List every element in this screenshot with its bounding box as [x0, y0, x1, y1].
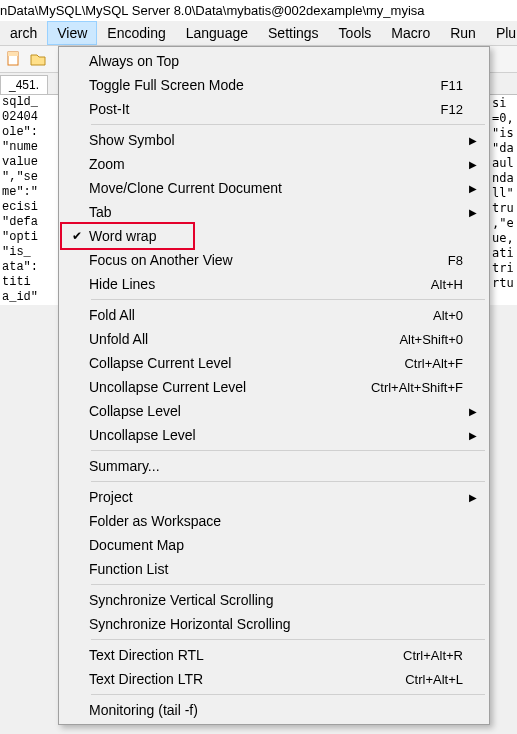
file-new-icon[interactable]	[4, 49, 24, 69]
menuitem-always-on-top[interactable]: Always on Top	[61, 49, 487, 73]
file-open-icon[interactable]	[28, 49, 48, 69]
menu-settings[interactable]: Settings	[258, 21, 329, 45]
menu-separator	[91, 450, 485, 451]
menuitem-shortcut: Alt+0	[433, 308, 463, 323]
tab-label: _451.	[9, 78, 39, 92]
menuitem-collapse-current-level[interactable]: Collapse Current LevelCtrl+Alt+F	[61, 351, 487, 375]
file-tab[interactable]: _451.	[0, 75, 48, 94]
svg-rect-1	[8, 52, 18, 56]
menuitem-label: Word wrap	[89, 228, 463, 244]
menuitem-label: Collapse Current Level	[89, 355, 394, 371]
check-icon: ✔	[65, 229, 89, 243]
menuitem-label: Collapse Level	[89, 403, 463, 419]
menu-encoding[interactable]: Encoding	[97, 21, 175, 45]
menuitem-synchronize-vertical-scrolling[interactable]: Synchronize Vertical Scrolling	[61, 588, 487, 612]
menu-plu[interactable]: Plu	[486, 21, 517, 45]
menuitem-label: Uncollapse Current Level	[89, 379, 361, 395]
menuitem-shortcut: Ctrl+Alt+Shift+F	[371, 380, 463, 395]
view-menu-dropdown: Always on TopToggle Full Screen ModeF11P…	[58, 46, 490, 725]
menuitem-unfold-all[interactable]: Unfold AllAlt+Shift+0	[61, 327, 487, 351]
menuitem-label: Monitoring (tail -f)	[89, 702, 463, 718]
menuitem-monitoring-tail-f[interactable]: Monitoring (tail -f)	[61, 698, 487, 722]
menuitem-label: Text Direction RTL	[89, 647, 393, 663]
submenu-arrow-icon: ▶	[463, 207, 477, 218]
submenu-arrow-icon: ▶	[463, 492, 477, 503]
menu-run[interactable]: Run	[440, 21, 486, 45]
submenu-arrow-icon: ▶	[463, 135, 477, 146]
menuitem-label: Always on Top	[89, 53, 463, 69]
menuitem-hide-lines[interactable]: Hide LinesAlt+H	[61, 272, 487, 296]
menuitem-shortcut: F11	[441, 78, 463, 93]
menuitem-label: Show Symbol	[89, 132, 463, 148]
menuitem-shortcut: Alt+H	[431, 277, 463, 292]
menu-language[interactable]: Language	[176, 21, 258, 45]
menuitem-label: Folder as Workspace	[89, 513, 463, 529]
menu-separator	[91, 584, 485, 585]
menu-view[interactable]: View	[47, 21, 97, 45]
menuitem-label: Synchronize Horizontal Scrolling	[89, 616, 463, 632]
menuitem-label: Zoom	[89, 156, 463, 172]
menu-separator	[91, 694, 485, 695]
menuitem-label: Text Direction LTR	[89, 671, 395, 687]
menuitem-shortcut: F12	[441, 102, 463, 117]
menuitem-label: Summary...	[89, 458, 463, 474]
menuitem-text-direction-rtl[interactable]: Text Direction RTLCtrl+Alt+R	[61, 643, 487, 667]
menu-separator	[91, 639, 485, 640]
menuitem-shortcut: Ctrl+Alt+L	[405, 672, 463, 687]
menuitem-uncollapse-current-level[interactable]: Uncollapse Current LevelCtrl+Alt+Shift+F	[61, 375, 487, 399]
menuitem-shortcut: Ctrl+Alt+R	[403, 648, 463, 663]
menuitem-text-direction-ltr[interactable]: Text Direction LTRCtrl+Alt+L	[61, 667, 487, 691]
menuitem-folder-as-workspace[interactable]: Folder as Workspace	[61, 509, 487, 533]
menuitem-synchronize-horizontal-scrolling[interactable]: Synchronize Horizontal Scrolling	[61, 612, 487, 636]
menuitem-label: Post-It	[89, 101, 431, 117]
submenu-arrow-icon: ▶	[463, 159, 477, 170]
menu-separator	[91, 124, 485, 125]
menuitem-label: Hide Lines	[89, 276, 421, 292]
menuitem-zoom[interactable]: Zoom▶	[61, 152, 487, 176]
editor-right-fragment: si =0, "is "da aul nda ll" tru ,"e ue, a…	[492, 96, 517, 291]
menu-tools[interactable]: Tools	[329, 21, 382, 45]
menu-macro[interactable]: Macro	[381, 21, 440, 45]
menuitem-label: Fold All	[89, 307, 423, 323]
menuitem-move-clone-current-document[interactable]: Move/Clone Current Document▶	[61, 176, 487, 200]
menuitem-label: Function List	[89, 561, 463, 577]
menuitem-collapse-level[interactable]: Collapse Level▶	[61, 399, 487, 423]
menu-separator	[91, 299, 485, 300]
menuitem-word-wrap[interactable]: ✔Word wrap	[61, 224, 487, 248]
menuitem-label: Move/Clone Current Document	[89, 180, 463, 196]
menuitem-uncollapse-level[interactable]: Uncollapse Level▶	[61, 423, 487, 447]
menuitem-label: Focus on Another View	[89, 252, 438, 268]
menuitem-shortcut: Ctrl+Alt+F	[404, 356, 463, 371]
menuitem-focus-on-another-view[interactable]: Focus on Another ViewF8	[61, 248, 487, 272]
menuitem-function-list[interactable]: Function List	[61, 557, 487, 581]
title-bar: nData\MySQL\MySQL Server 8.0\Data\mybati…	[0, 0, 517, 21]
menu-separator	[91, 481, 485, 482]
menuitem-label: Project	[89, 489, 463, 505]
menuitem-shortcut: Alt+Shift+0	[399, 332, 463, 347]
menuitem-post-it[interactable]: Post-ItF12	[61, 97, 487, 121]
submenu-arrow-icon: ▶	[463, 430, 477, 441]
menu-arch[interactable]: arch	[0, 21, 47, 45]
menuitem-label: Tab	[89, 204, 463, 220]
menuitem-tab[interactable]: Tab▶	[61, 200, 487, 224]
submenu-arrow-icon: ▶	[463, 406, 477, 417]
menuitem-project[interactable]: Project▶	[61, 485, 487, 509]
menuitem-fold-all[interactable]: Fold AllAlt+0	[61, 303, 487, 327]
menuitem-summary[interactable]: Summary...	[61, 454, 487, 478]
menu-bar: archViewEncodingLanguageSettingsToolsMac…	[0, 21, 517, 46]
menuitem-show-symbol[interactable]: Show Symbol▶	[61, 128, 487, 152]
menuitem-label: Uncollapse Level	[89, 427, 463, 443]
menuitem-label: Document Map	[89, 537, 463, 553]
submenu-arrow-icon: ▶	[463, 183, 477, 194]
menuitem-toggle-full-screen-mode[interactable]: Toggle Full Screen ModeF11	[61, 73, 487, 97]
menuitem-label: Synchronize Vertical Scrolling	[89, 592, 463, 608]
menuitem-label: Toggle Full Screen Mode	[89, 77, 431, 93]
menuitem-shortcut: F8	[448, 253, 463, 268]
menuitem-document-map[interactable]: Document Map	[61, 533, 487, 557]
menuitem-label: Unfold All	[89, 331, 389, 347]
